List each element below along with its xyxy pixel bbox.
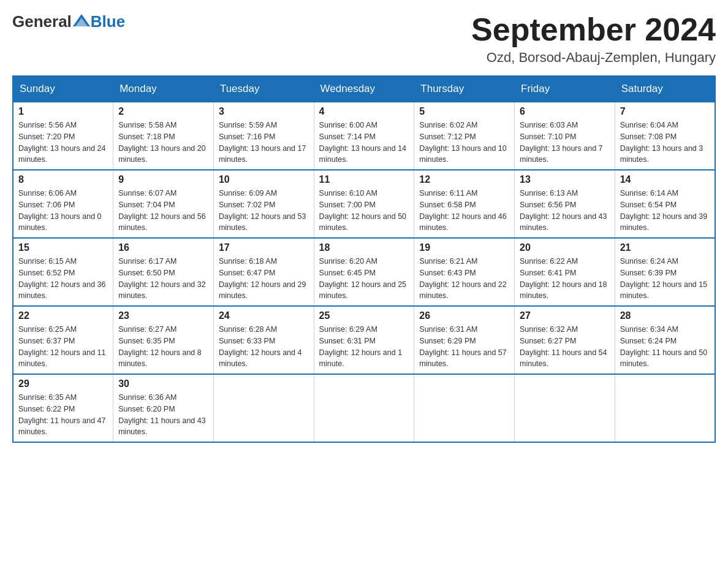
day-number: 10: [219, 174, 309, 185]
calendar-day-cell: 7 Sunrise: 6:04 AMSunset: 7:08 PMDayligh…: [615, 102, 715, 170]
day-number: 20: [520, 242, 610, 253]
calendar-day-cell: 15 Sunrise: 6:15 AMSunset: 6:52 PMDaylig…: [13, 238, 113, 306]
calendar-day-cell: 19 Sunrise: 6:21 AMSunset: 6:43 PMDaylig…: [414, 238, 515, 306]
day-info: Sunrise: 6:27 AMSunset: 6:35 PMDaylight:…: [118, 325, 202, 368]
location-subtitle: Ozd, Borsod-Abauj-Zemplen, Hungary: [471, 50, 716, 66]
day-number: 9: [118, 174, 208, 185]
day-info: Sunrise: 6:00 AMSunset: 7:14 PMDaylight:…: [319, 121, 406, 164]
day-number: 30: [118, 378, 208, 389]
day-number: 12: [419, 174, 509, 185]
day-info: Sunrise: 6:22 AMSunset: 6:41 PMDaylight:…: [520, 257, 607, 300]
calendar-day-cell: 29 Sunrise: 6:35 AMSunset: 6:22 PMDaylig…: [13, 374, 113, 442]
calendar-day-cell: 27 Sunrise: 6:32 AMSunset: 6:27 PMDaylig…: [515, 306, 615, 374]
day-info: Sunrise: 6:20 AMSunset: 6:45 PMDaylight:…: [319, 257, 406, 300]
calendar-week-row: 15 Sunrise: 6:15 AMSunset: 6:52 PMDaylig…: [13, 238, 715, 306]
header-tuesday: Tuesday: [213, 76, 314, 102]
day-number: 11: [319, 174, 409, 185]
day-number: 3: [219, 106, 309, 117]
header-wednesday: Wednesday: [314, 76, 414, 102]
day-info: Sunrise: 6:28 AMSunset: 6:33 PMDaylight:…: [219, 325, 302, 368]
day-number: 17: [219, 242, 309, 253]
day-info: Sunrise: 6:07 AMSunset: 7:04 PMDaylight:…: [118, 189, 205, 232]
calendar-empty-cell: [515, 374, 615, 442]
day-number: 6: [520, 106, 610, 117]
calendar-day-cell: 13 Sunrise: 6:13 AMSunset: 6:56 PMDaylig…: [515, 170, 615, 238]
calendar-day-cell: 1 Sunrise: 5:56 AMSunset: 7:20 PMDayligh…: [13, 102, 113, 170]
day-info: Sunrise: 5:58 AMSunset: 7:18 PMDaylight:…: [118, 121, 205, 164]
logo-triangle-icon: [73, 14, 90, 29]
day-info: Sunrise: 6:29 AMSunset: 6:31 PMDaylight:…: [319, 325, 403, 368]
calendar-week-row: 29 Sunrise: 6:35 AMSunset: 6:22 PMDaylig…: [13, 374, 715, 442]
calendar-day-cell: 4 Sunrise: 6:00 AMSunset: 7:14 PMDayligh…: [314, 102, 414, 170]
day-info: Sunrise: 6:03 AMSunset: 7:10 PMDaylight:…: [520, 121, 603, 164]
month-year-title: September 2024: [471, 12, 716, 47]
day-number: 8: [18, 174, 108, 185]
day-info: Sunrise: 6:09 AMSunset: 7:02 PMDaylight:…: [219, 189, 306, 232]
calendar-day-cell: 26 Sunrise: 6:31 AMSunset: 6:29 PMDaylig…: [414, 306, 515, 374]
calendar-table: Sunday Monday Tuesday Wednesday Thursday…: [12, 75, 716, 443]
calendar-day-cell: 6 Sunrise: 6:03 AMSunset: 7:10 PMDayligh…: [515, 102, 615, 170]
calendar-day-cell: 11 Sunrise: 6:10 AMSunset: 7:00 PMDaylig…: [314, 170, 414, 238]
day-number: 18: [319, 242, 409, 253]
day-info: Sunrise: 6:15 AMSunset: 6:52 PMDaylight:…: [18, 257, 105, 300]
day-info: Sunrise: 6:06 AMSunset: 7:06 PMDaylight:…: [18, 189, 102, 232]
header-saturday: Saturday: [615, 76, 715, 102]
header-monday: Monday: [113, 76, 214, 102]
logo: General Blue: [12, 12, 125, 31]
calendar-empty-cell: [314, 374, 414, 442]
calendar-week-row: 8 Sunrise: 6:06 AMSunset: 7:06 PMDayligh…: [13, 170, 715, 238]
calendar-day-cell: 18 Sunrise: 6:20 AMSunset: 6:45 PMDaylig…: [314, 238, 414, 306]
day-number: 27: [520, 310, 610, 321]
calendar-day-cell: 8 Sunrise: 6:06 AMSunset: 7:06 PMDayligh…: [13, 170, 113, 238]
calendar-week-row: 22 Sunrise: 6:25 AMSunset: 6:37 PMDaylig…: [13, 306, 715, 374]
day-info: Sunrise: 6:17 AMSunset: 6:50 PMDaylight:…: [118, 257, 205, 300]
calendar-day-cell: 25 Sunrise: 6:29 AMSunset: 6:31 PMDaylig…: [314, 306, 414, 374]
header-sunday: Sunday: [13, 76, 113, 102]
logo-blue-text: Blue: [91, 12, 125, 31]
calendar-header-row: Sunday Monday Tuesday Wednesday Thursday…: [13, 76, 715, 102]
day-number: 15: [18, 242, 108, 253]
header-thursday: Thursday: [414, 76, 515, 102]
title-block: September 2024 Ozd, Borsod-Abauj-Zemplen…: [471, 12, 716, 66]
day-info: Sunrise: 6:35 AMSunset: 6:22 PMDaylight:…: [18, 393, 105, 436]
day-info: Sunrise: 5:59 AMSunset: 7:16 PMDaylight:…: [219, 121, 306, 164]
calendar-day-cell: 10 Sunrise: 6:09 AMSunset: 7:02 PMDaylig…: [213, 170, 314, 238]
logo-text: General Blue: [12, 12, 125, 31]
calendar-day-cell: 17 Sunrise: 6:18 AMSunset: 6:47 PMDaylig…: [213, 238, 314, 306]
day-info: Sunrise: 6:13 AMSunset: 6:56 PMDaylight:…: [520, 189, 607, 232]
day-info: Sunrise: 6:24 AMSunset: 6:39 PMDaylight:…: [620, 257, 707, 300]
calendar-day-cell: 21 Sunrise: 6:24 AMSunset: 6:39 PMDaylig…: [615, 238, 715, 306]
day-number: 25: [319, 310, 409, 321]
day-info: Sunrise: 6:10 AMSunset: 7:00 PMDaylight:…: [319, 189, 406, 232]
day-number: 4: [319, 106, 409, 117]
calendar-day-cell: 23 Sunrise: 6:27 AMSunset: 6:35 PMDaylig…: [113, 306, 214, 374]
day-number: 2: [118, 106, 208, 117]
calendar-day-cell: 2 Sunrise: 5:58 AMSunset: 7:18 PMDayligh…: [113, 102, 214, 170]
logo-general-text: General: [12, 12, 72, 31]
calendar-day-cell: 24 Sunrise: 6:28 AMSunset: 6:33 PMDaylig…: [213, 306, 314, 374]
calendar-empty-cell: [414, 374, 515, 442]
day-number: 16: [118, 242, 208, 253]
day-number: 19: [419, 242, 509, 253]
day-info: Sunrise: 6:18 AMSunset: 6:47 PMDaylight:…: [219, 257, 306, 300]
day-info: Sunrise: 6:36 AMSunset: 6:20 PMDaylight:…: [118, 393, 205, 436]
day-info: Sunrise: 6:14 AMSunset: 6:54 PMDaylight:…: [620, 189, 707, 232]
day-number: 26: [419, 310, 509, 321]
day-info: Sunrise: 6:25 AMSunset: 6:37 PMDaylight:…: [18, 325, 105, 368]
header-friday: Friday: [515, 76, 615, 102]
day-number: 28: [620, 310, 710, 321]
day-info: Sunrise: 6:34 AMSunset: 6:24 PMDaylight:…: [620, 325, 707, 368]
calendar-day-cell: 14 Sunrise: 6:14 AMSunset: 6:54 PMDaylig…: [615, 170, 715, 238]
calendar-day-cell: 5 Sunrise: 6:02 AMSunset: 7:12 PMDayligh…: [414, 102, 515, 170]
calendar-week-row: 1 Sunrise: 5:56 AMSunset: 7:20 PMDayligh…: [13, 102, 715, 170]
calendar-empty-cell: [213, 374, 314, 442]
calendar-day-cell: 28 Sunrise: 6:34 AMSunset: 6:24 PMDaylig…: [615, 306, 715, 374]
calendar-empty-cell: [615, 374, 715, 442]
day-number: 5: [419, 106, 509, 117]
calendar-body: 1 Sunrise: 5:56 AMSunset: 7:20 PMDayligh…: [13, 102, 715, 442]
day-number: 24: [219, 310, 309, 321]
calendar-day-cell: 22 Sunrise: 6:25 AMSunset: 6:37 PMDaylig…: [13, 306, 113, 374]
day-number: 29: [18, 378, 108, 389]
page-header: General Blue September 2024 Ozd, Borsod-…: [12, 12, 716, 66]
day-number: 22: [18, 310, 108, 321]
